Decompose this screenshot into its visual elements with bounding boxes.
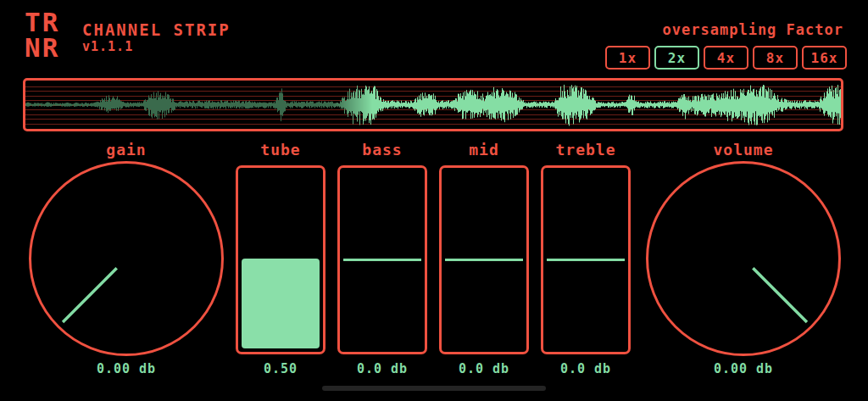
tube-slider-fill (242, 259, 320, 348)
logo-line-2: NR (25, 35, 59, 60)
mid-slider[interactable] (439, 165, 529, 354)
gain-value: 0.00 db (29, 361, 224, 376)
treble-slider-line (547, 259, 625, 261)
volume-label: volume (646, 141, 841, 159)
mid-value: 0.0 db (439, 361, 529, 376)
bottom-drag-handle[interactable] (322, 386, 546, 391)
oversampling-8x-button[interactable]: 8x (753, 46, 798, 70)
volume-value: 0.00 db (646, 361, 841, 376)
tube-label: tube (236, 141, 326, 159)
tube-slider[interactable] (236, 165, 326, 354)
waveform-canvas (25, 81, 841, 129)
oversampling-1x-button[interactable]: 1x (605, 46, 650, 70)
plugin-title: CHANNEL STRIP (82, 20, 231, 39)
mid-slider-line (445, 259, 523, 261)
plugin-version: v1.1.1 (82, 39, 133, 54)
oversampling-16x-button[interactable]: 16x (802, 46, 847, 70)
knob-pointer (31, 164, 221, 354)
treble-value: 0.0 db (541, 361, 631, 376)
bass-label: bass (337, 141, 427, 159)
oversampling-2x-button[interactable]: 2x (654, 46, 699, 70)
oversampling-factor-label: oversampling Factor (663, 21, 843, 38)
mid-label: mid (439, 141, 529, 159)
treble-slider[interactable] (541, 165, 631, 354)
bass-slider-line (343, 259, 421, 261)
tube-value: 0.50 (236, 361, 326, 376)
bass-slider[interactable] (337, 165, 427, 354)
knob-pointer (648, 164, 838, 354)
oversampling-button-group: 1x 2x 4x 8x 16x (605, 46, 847, 70)
waveform-display (23, 78, 843, 131)
oversampling-4x-button[interactable]: 4x (704, 46, 748, 70)
trnr-logo: TR NR (25, 9, 59, 60)
treble-label: treble (541, 141, 631, 159)
gain-label: gain (29, 141, 224, 159)
bass-value: 0.0 db (337, 361, 427, 376)
gain-knob[interactable] (29, 161, 224, 356)
channel-strip-window: TR NR CHANNEL STRIP v1.1.1 oversampling … (0, 0, 868, 401)
logo-line-1: TR (25, 9, 59, 35)
volume-knob[interactable] (646, 161, 841, 356)
